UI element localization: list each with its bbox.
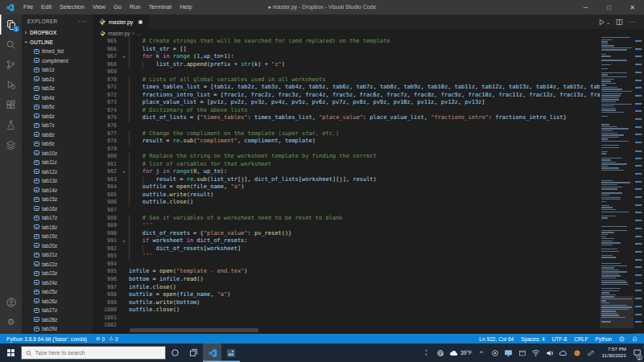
- code-line-972[interactable]: 972 fractions_intro_list = [frac1z, frac…: [93, 92, 600, 100]
- code-line-967[interactable]: 967› for k in range (1,up_to+1):: [93, 53, 600, 61]
- code-line-995[interactable]: 995infile = open("template - end.tex"): [93, 268, 600, 276]
- layers-icon[interactable]: [0, 135, 22, 155]
- outline-item-tab27z[interactable]: tab27z: [22, 306, 93, 315]
- cursor-position-status[interactable]: Ln 922, Col 64: [479, 336, 514, 342]
- code-line-998[interactable]: 998outfile = open(file_name, "a"): [93, 291, 600, 299]
- minimap[interactable]: [600, 37, 634, 334]
- code-line-981[interactable]: 981 # list of variables for that workshe…: [93, 161, 600, 169]
- run-and-debug-icon[interactable]: [0, 75, 22, 95]
- code-line-990[interactable]: 990 dict_of_resets = {"place_value": pv_…: [93, 230, 600, 238]
- outline-item-tab6z[interactable]: tab6z: [22, 112, 93, 121]
- code-line-996[interactable]: 996bottom = infile.read(): [93, 276, 600, 284]
- taskbar-search-box[interactable]: [21, 346, 166, 360]
- outline-item-tab30z[interactable]: tab30z: [22, 334, 93, 335]
- source-control-icon[interactable]: [0, 55, 22, 75]
- code-line-985[interactable]: 985 outfile.write(result): [93, 191, 600, 200]
- outline-item-tab3z[interactable]: tab3z: [22, 84, 93, 93]
- code-line-1001[interactable]: 1001: [93, 315, 600, 323]
- encoding-status[interactable]: UTF-8: [552, 336, 568, 342]
- python-interpreter-status[interactable]: Python 3.8.8 64-bit ('base': conda): [6, 336, 87, 342]
- code-line-989[interactable]: 989 ''': [93, 222, 600, 230]
- tray-window-button[interactable]: [515, 343, 529, 362]
- weather-widget[interactable]: 39°F: [447, 343, 474, 362]
- code-line-988[interactable]: 988 # See if variables of a worksheet ne…: [93, 215, 600, 223]
- outline-item-tab20z[interactable]: tab20z: [22, 241, 93, 251]
- more-actions-icon[interactable]: ···: [629, 19, 637, 25]
- taskbar-clock[interactable]: 7:57 PM 11/30/2021: [597, 343, 630, 362]
- menu-go[interactable]: Go: [109, 0, 126, 14]
- menu-edit[interactable]: Edit: [37, 0, 56, 14]
- outline-item-tab7z[interactable]: tab7z: [22, 121, 93, 130]
- outline-item-tab28z[interactable]: tab28z: [22, 315, 93, 325]
- settings-gear-icon[interactable]: ⚙: [0, 312, 22, 332]
- outline-item-tab9z[interactable]: tab9z: [22, 139, 93, 149]
- search-input[interactable]: [35, 350, 161, 356]
- tray-target-button[interactable]: [488, 343, 502, 362]
- tray-browser-button[interactable]: [433, 343, 447, 362]
- outline-item-tab21z[interactable]: tab21z: [22, 250, 93, 260]
- outline-item-tab24z[interactable]: tab24z: [22, 278, 93, 288]
- code-line-992[interactable]: 992 dict_of_resets[worksheet]: [93, 245, 600, 253]
- outline-item-tab19z[interactable]: tab19z: [22, 232, 93, 241]
- taskbar-vscode-button[interactable]: [203, 343, 221, 362]
- outline-item-tab4z[interactable]: tab4z: [22, 93, 93, 103]
- tray-expand-button[interactable]: ˄˅: [419, 343, 433, 362]
- outline-item-tab1z[interactable]: tab1z: [22, 65, 93, 75]
- code-line-986[interactable]: 986 outfile.close(): [93, 199, 600, 207]
- code-line-979[interactable]: 979: [93, 146, 600, 154]
- maximize-button[interactable]: □: [597, 0, 621, 14]
- outline-item-tab23z[interactable]: tab23z: [22, 269, 93, 278]
- outline-item-tab17z[interactable]: tab17z: [22, 213, 93, 223]
- close-button[interactable]: ✕: [621, 0, 644, 14]
- outline-item-tab26z[interactable]: tab26z: [22, 297, 93, 306]
- outline-item-tab15z[interactable]: tab15z: [22, 195, 93, 204]
- horizontal-scrollbar[interactable]: [130, 328, 258, 332]
- minimap-slider[interactable]: [600, 296, 634, 328]
- code-line-987[interactable]: 987: [93, 207, 600, 215]
- code-line-966[interactable]: 966 list_str = []: [93, 46, 600, 54]
- menu-help[interactable]: Help: [175, 0, 196, 14]
- section-dropbox[interactable]: › DROPBOX: [22, 27, 93, 37]
- explorer-icon[interactable]: 1: [0, 14, 22, 35]
- fold-chevron-icon[interactable]: ›: [118, 53, 129, 61]
- outline-item-tab8z[interactable]: tab8z: [22, 130, 93, 140]
- code-line-969[interactable]: 969: [93, 68, 600, 76]
- code-line-997[interactable]: 997infile.close(): [93, 284, 600, 292]
- outline-item-tab11z[interactable]: tab11z: [22, 158, 93, 167]
- section-outline[interactable]: › OUTLINE: [22, 37, 93, 47]
- code-line-968[interactable]: 968 list_str.append(prefix + str(k) + "z…: [93, 61, 600, 69]
- task-view-button[interactable]: [184, 343, 203, 362]
- tray-onedrive-button[interactable]: [556, 343, 570, 362]
- code-line-978[interactable]: 978 result = re.sub("compliment", compli…: [93, 138, 600, 146]
- minimize-button[interactable]: ─: [574, 0, 597, 14]
- code-line-973[interactable]: 973 place_value_list = [pv1z, pv2z, pv3z…: [93, 99, 600, 107]
- explorer-more-actions-icon[interactable]: ···: [78, 18, 87, 25]
- fold-chevron-icon[interactable]: ›: [118, 168, 129, 176]
- code-line-971[interactable]: 971 times_tables_list = [tab1z, tab2z, t…: [93, 84, 600, 92]
- feedback-icon[interactable]: [619, 336, 625, 342]
- code-line-974[interactable]: 974 # Dictionary of the above lists: [93, 107, 600, 115]
- code-line-982[interactable]: 982› for j in range(0, up_to):: [93, 168, 600, 176]
- search-icon[interactable]: [0, 35, 22, 55]
- testing-icon[interactable]: [0, 115, 22, 135]
- outline-item-tab29z[interactable]: tab29z: [22, 324, 93, 334]
- code-line-975[interactable]: 975 dict_of_lists = {"times_tables": tim…: [93, 114, 600, 122]
- menu-run[interactable]: Run: [126, 0, 145, 14]
- tab-master-py[interactable]: master.py: [93, 14, 149, 29]
- code-line-980[interactable]: 980 # Replace the string on the workshee…: [93, 153, 600, 161]
- outline-item-timed_list[interactable]: timed_list: [22, 47, 93, 56]
- tray-security-button[interactable]: [570, 343, 584, 362]
- code-line-1000[interactable]: 1000outfile.close(): [93, 306, 600, 315]
- outline-item-tab14z[interactable]: tab14z: [22, 186, 93, 195]
- eol-status[interactable]: CRLF: [574, 336, 588, 342]
- outline-item-compliment[interactable]: compliment: [22, 56, 93, 66]
- tray-display-button[interactable]: [502, 343, 515, 362]
- indentation-status[interactable]: Spaces: 4: [521, 336, 544, 342]
- code-line-983[interactable]: 983 result = re.sub(list_str[j], dict_of…: [93, 176, 600, 184]
- code-line-993[interactable]: 993 ''': [93, 253, 600, 261]
- outline-item-tab2z[interactable]: tab2z: [22, 75, 93, 84]
- outline-item-tab12z[interactable]: tab12z: [22, 167, 93, 177]
- cortana-button[interactable]: [166, 343, 184, 362]
- language-mode-status[interactable]: Python: [595, 336, 612, 342]
- fold-chevron-icon[interactable]: ›: [118, 237, 129, 245]
